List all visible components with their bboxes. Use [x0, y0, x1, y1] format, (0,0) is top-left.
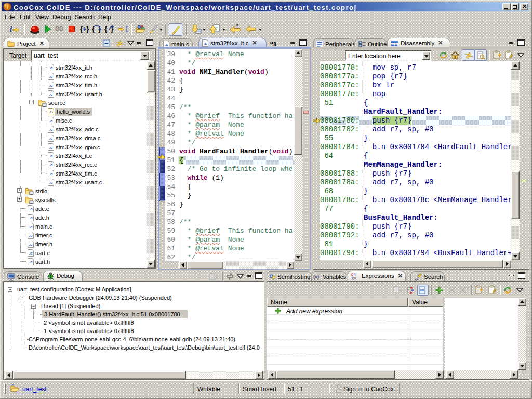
svg-text:{: { — [80, 25, 83, 33]
svg-text:}: } — [86, 25, 89, 33]
svg-text:x=: x= — [352, 276, 356, 280]
svg-text:{: { — [104, 25, 108, 33]
svg-text:*: * — [236, 24, 238, 29]
svg-text:i: i — [10, 25, 12, 33]
